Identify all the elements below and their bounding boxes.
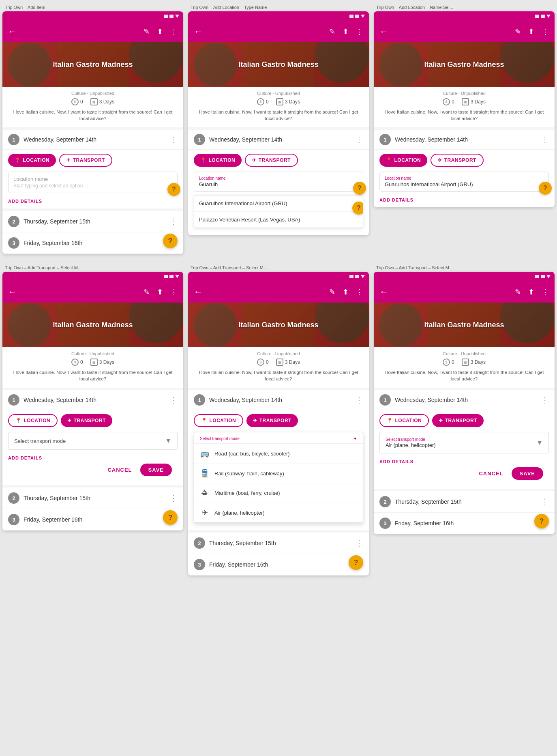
- more-icon[interactable]: ⋮: [170, 288, 178, 296]
- wifi-icon: [355, 15, 359, 18]
- day-section: 1 Wednesday, September 14th ⋮ 📍 LOCATION…: [374, 390, 555, 489]
- transport-tab[interactable]: ✈ TRANSPORT: [245, 154, 298, 167]
- location-field-box: Location name Guarulh ?: [194, 172, 363, 192]
- help-button[interactable]: ?: [167, 183, 180, 196]
- transport-tab[interactable]: ✈ TRANSPORT: [61, 414, 112, 427]
- edit-icon[interactable]: ✎: [329, 288, 335, 296]
- transport-option-0[interactable]: 🚌 Road (car, bus, bicycle, scooter): [194, 444, 363, 464]
- tab-row: 📍 LOCATION ✈ TRANSPORT: [188, 150, 369, 170]
- more-icon[interactable]: ⋮: [170, 27, 178, 36]
- suggestion-item-1[interactable]: Palazzo Venetian Resort (Las Vegas, USA): [194, 212, 363, 228]
- cost-stat: $ 0: [257, 98, 269, 105]
- more-icon[interactable]: ⋮: [356, 27, 363, 36]
- meta-text: Culture · Unpublished: [257, 351, 300, 356]
- upload-icon[interactable]: ⬆: [343, 27, 349, 36]
- back-button[interactable]: ←: [194, 26, 203, 37]
- edit-icon[interactable]: ✎: [515, 288, 521, 296]
- save-button[interactable]: SAVE: [140, 464, 172, 476]
- location-tab[interactable]: 📍 LOCATION: [194, 154, 242, 167]
- transport-select-box[interactable]: Select transport mode ▼: [8, 432, 178, 450]
- toolbar: ← ✎ ⬆ ⋮: [188, 281, 369, 303]
- float-help-button[interactable]: ?: [163, 234, 178, 248]
- stats-row: $ 0 ▦ 3 Days: [379, 98, 549, 105]
- day-menu-button[interactable]: ⋮: [169, 135, 178, 144]
- screen-title-1: Trip Own – Add Location – Type Name: [188, 3, 369, 11]
- hero-banner: Italian Gastro Madness: [188, 42, 369, 87]
- transport-icon-0: 🚌: [200, 449, 210, 458]
- meta-row: Culture · Unpublished: [194, 91, 363, 96]
- day-menu-button[interactable]: ⋮: [169, 395, 178, 405]
- cancel-button[interactable]: CANCEL: [476, 468, 506, 479]
- card-area: Culture · Unpublished $ 0 ▦ 3 Days I lov…: [374, 87, 555, 127]
- back-button[interactable]: ←: [379, 26, 388, 37]
- day-section: 1 Wednesday, September 14th ⋮ 📍 LOCATION…: [188, 390, 369, 530]
- transport-tab[interactable]: ✈ TRANSPORT: [59, 154, 112, 167]
- cancel-button[interactable]: CANCEL: [104, 464, 135, 475]
- edit-icon[interactable]: ✎: [329, 27, 335, 36]
- day-menu-button[interactable]: ⋮: [541, 395, 549, 405]
- back-button[interactable]: ←: [379, 287, 388, 297]
- back-button[interactable]: ←: [194, 287, 203, 297]
- upload-icon[interactable]: ⬆: [343, 288, 349, 296]
- add-details-button[interactable]: ADD DETAILS: [8, 196, 178, 204]
- location-tab[interactable]: 📍 LOCATION: [379, 414, 429, 427]
- upload-icon[interactable]: ⬆: [528, 27, 534, 36]
- location-tab-label: LOCATION: [24, 418, 51, 423]
- location-pin-icon: 📍: [387, 418, 393, 423]
- location-tab[interactable]: 📍 LOCATION: [8, 154, 56, 167]
- back-button[interactable]: ←: [8, 287, 17, 297]
- days-stat: ▦ 3 Days: [276, 359, 300, 366]
- form-area: Location name Start typing and select an…: [2, 170, 183, 208]
- back-button[interactable]: ←: [8, 26, 17, 37]
- extra-day-menu-0[interactable]: ⋮: [169, 493, 178, 503]
- extra-day-menu-0[interactable]: ⋮: [541, 497, 549, 507]
- location-tab[interactable]: 📍 LOCATION: [194, 414, 243, 427]
- upload-icon[interactable]: ⬆: [157, 27, 163, 36]
- help-button-suggestion[interactable]: ?: [352, 202, 363, 215]
- transport-select-box[interactable]: Select transport mode Air (plane, helico…: [379, 432, 549, 453]
- transport-option-2[interactable]: ⛴ Maritime (boat, ferry, cruise): [194, 483, 363, 503]
- dropdown-label: Select transport mode: [200, 436, 240, 441]
- transport-option-1[interactable]: 🚆 Rail (subway, train, cableway): [194, 464, 363, 483]
- suggestion-list: Guarulhos International Airport (GRU)?Pa…: [194, 195, 363, 228]
- transport-option-3[interactable]: ✈ Air (plane, helicopter): [194, 503, 363, 522]
- upload-icon[interactable]: ⬆: [528, 288, 534, 296]
- edit-icon[interactable]: ✎: [144, 27, 150, 36]
- help-button[interactable]: ?: [353, 182, 366, 195]
- tab-row: 📍 LOCATION ✈ TRANSPORT: [2, 410, 183, 430]
- save-button[interactable]: SAVE: [512, 467, 543, 480]
- upload-icon[interactable]: ⬆: [157, 288, 163, 296]
- location-tab[interactable]: 📍 LOCATION: [379, 154, 427, 167]
- add-details-button[interactable]: ADD DETAILS: [8, 453, 178, 461]
- transport-tab[interactable]: ✈ TRANSPORT: [246, 414, 298, 427]
- hero-title: Italian Gastro Madness: [416, 60, 512, 69]
- add-details-button[interactable]: ADD DETAILS: [379, 457, 549, 465]
- day-menu-button[interactable]: ⋮: [355, 395, 363, 405]
- more-icon[interactable]: ⋮: [542, 288, 549, 296]
- more-icon[interactable]: ⋮: [542, 27, 549, 36]
- cost-icon: $: [71, 359, 79, 366]
- transport-tab[interactable]: ✈ TRANSPORT: [431, 154, 484, 167]
- field-value[interactable]: Guarulhos International Airport (GRU): [385, 181, 544, 187]
- location-tab[interactable]: 📍 LOCATION: [8, 414, 58, 427]
- select-label: Select transport mode: [386, 437, 436, 442]
- meta-text: Culture · Unpublished: [443, 91, 486, 96]
- day-name: Wednesday, September 14th: [209, 136, 351, 143]
- help-button[interactable]: ?: [539, 182, 552, 195]
- stats-row: $ 0 ▦ 3 Days: [194, 359, 363, 366]
- extra-day-menu-0[interactable]: ⋮: [169, 217, 178, 226]
- cost-stat: $ 0: [71, 98, 83, 105]
- day-menu-button[interactable]: ⋮: [355, 135, 363, 144]
- more-icon[interactable]: ⋮: [356, 288, 363, 296]
- description: I love Italian cuisine. Now, I want to t…: [194, 109, 363, 124]
- field-value[interactable]: Guarulh: [199, 181, 358, 187]
- edit-icon[interactable]: ✎: [515, 27, 521, 36]
- extra-day-menu-0[interactable]: ⋮: [355, 538, 363, 548]
- day-menu-button[interactable]: ⋮: [541, 135, 549, 144]
- suggestion-item-0[interactable]: Guarulhos International Airport (GRU)?: [194, 195, 363, 212]
- day-header: 1 Wednesday, September 14th ⋮: [374, 390, 555, 410]
- transport-tab[interactable]: ✈ TRANSPORT: [432, 414, 484, 427]
- day-header: 1 Wednesday, September 14th ⋮: [2, 130, 183, 150]
- edit-icon[interactable]: ✎: [144, 288, 150, 296]
- add-details-button[interactable]: ADD DETAILS: [379, 195, 549, 203]
